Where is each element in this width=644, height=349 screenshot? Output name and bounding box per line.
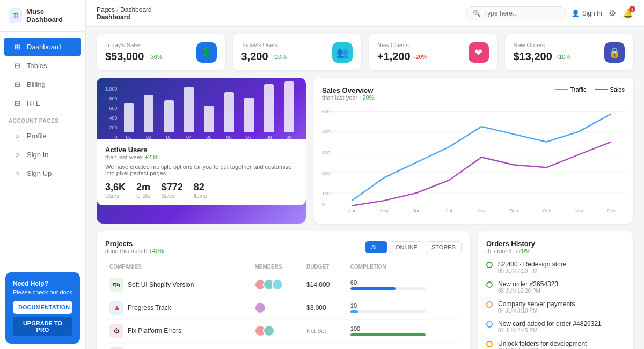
sidebar-item-billing[interactable]: ⊟ Billing bbox=[4, 75, 81, 93]
legend: Traffic Sales bbox=[555, 86, 625, 93]
upgrade-button[interactable]: UPGRADE TO PRO bbox=[13, 317, 72, 336]
bar-chart-card: 1,0008006004002000 01 02 03 04 05 06 07 … bbox=[97, 78, 306, 224]
sidebar-item-signup[interactable]: ○ Sign Up bbox=[4, 164, 81, 182]
sidebar-item-dashboard[interactable]: ⊞ Dashboard bbox=[4, 38, 81, 56]
sales-overview-change: +20% bbox=[359, 94, 374, 101]
sidebar-item-rtl[interactable]: ⊟ RTL bbox=[4, 94, 81, 112]
filter-all[interactable]: ALL bbox=[365, 241, 387, 253]
company-cell: 🛍 Soft UI Shopify Version bbox=[105, 273, 250, 296]
order-name: $2,400 · Redesign store bbox=[498, 261, 566, 268]
search-bar[interactable]: 🔍 bbox=[466, 6, 566, 20]
company-name: Fix Platform Errors bbox=[128, 327, 181, 335]
sign-in-button[interactable]: 👤 Sign In bbox=[572, 10, 602, 17]
stat-card-users: Today's Users 3,200 +20% 👥 bbox=[233, 34, 362, 70]
order-dot bbox=[486, 321, 493, 328]
sidebar-label-signup: Sign Up bbox=[27, 169, 52, 177]
dashboard-icon: ⊞ bbox=[13, 42, 21, 51]
table-row: ⚙ Fix Platform Errors Not Set 100 bbox=[105, 320, 462, 343]
stat-label-clients: New Clients bbox=[377, 42, 427, 48]
order-name: New card added for order #4826321 bbox=[498, 320, 602, 328]
members-cell bbox=[250, 343, 302, 350]
sidebar-nav: ⊞ Dashboard ⊟ Tables ⊟ Billing ⊟ RTL ACC… bbox=[0, 32, 85, 267]
bar-03: 03 bbox=[160, 100, 177, 140]
main-content: Pages / Dashboard Dashboard 🔍 👤 Sign In … bbox=[86, 0, 644, 349]
completion-cell: 100 bbox=[346, 320, 462, 343]
svg-text:Apr: Apr bbox=[348, 208, 355, 213]
stat-cards-row: Today's Sales $53,000 +30% 💲 Today's Use… bbox=[97, 34, 633, 70]
table-row: 🔺 Progress Track $3,000 10 bbox=[105, 296, 462, 320]
stat-change-users: +20% bbox=[272, 54, 287, 60]
documentation-button[interactable]: DOCUMENTATION bbox=[13, 301, 72, 314]
stat-label-orders: New Orders bbox=[514, 42, 571, 48]
sales-overview-title: Sales Overview bbox=[322, 86, 375, 94]
stat-change-orders: +10% bbox=[555, 54, 570, 60]
completion-cell: 100 bbox=[346, 343, 462, 350]
settings-icon[interactable]: ⚙ bbox=[609, 8, 616, 18]
logo: ⊞ Muse Dashboard bbox=[0, 0, 85, 32]
avatars bbox=[254, 325, 298, 337]
stat-value-sales: $53,000 bbox=[105, 50, 144, 63]
avatar bbox=[263, 325, 275, 337]
stat-icon-users: 👥 bbox=[332, 42, 353, 63]
filter-online[interactable]: ONLINE bbox=[390, 241, 423, 253]
company-cell: 🎵 Launch new Mobile App bbox=[105, 343, 250, 350]
svg-text:Jun: Jun bbox=[413, 208, 421, 213]
sales-overview-header: Sales Overview than last year +20% Traff… bbox=[322, 86, 625, 101]
members-cell bbox=[250, 320, 302, 343]
avatars bbox=[254, 279, 298, 291]
table-row: 🎵 Launch new Mobile App $20,600 100 bbox=[105, 343, 462, 350]
line-chart-svg: 500 400 300 200 100 0 Apr May Jun Jul Au… bbox=[322, 106, 625, 213]
projects-card: Projects done this month +40% ALL ONLINE… bbox=[97, 231, 470, 349]
sidebar: ⊞ Muse Dashboard ⊞ Dashboard ⊟ Tables ⊟ … bbox=[0, 0, 86, 349]
order-time: 04 JUN 3:10 PM bbox=[498, 308, 575, 314]
bar-02: 02 bbox=[141, 95, 157, 140]
orders-history-card: Orders History this month +20% $2,400 · … bbox=[478, 231, 633, 349]
company-logo: 🔺 bbox=[109, 301, 123, 315]
sidebar-item-tables[interactable]: ⊟ Tables bbox=[4, 56, 81, 75]
stat-label-users: Today's Users bbox=[241, 42, 287, 48]
bar-08: 08 bbox=[261, 84, 277, 140]
active-users-desc: We have created multiple options for you… bbox=[105, 164, 297, 176]
budget-cell: $14,000 bbox=[302, 273, 346, 296]
profile-icon: ○ bbox=[13, 131, 21, 140]
projects-sub: done this month +40% bbox=[105, 248, 164, 254]
legend-traffic: Traffic bbox=[555, 86, 587, 93]
budget-cell: $20,600 bbox=[302, 343, 346, 350]
svg-text:Sep: Sep bbox=[509, 208, 518, 213]
legend-sales: Sales bbox=[595, 86, 625, 93]
svg-text:Aug: Aug bbox=[477, 208, 486, 213]
svg-text:Nov: Nov bbox=[574, 208, 583, 213]
company-logo: 🛍 bbox=[109, 278, 123, 292]
breadcrumb: Pages / Dashboard Dashboard bbox=[97, 6, 460, 21]
avatar bbox=[254, 302, 266, 314]
filter-buttons: ALL ONLINE STORES bbox=[365, 241, 462, 253]
notifications-wrapper: 🔔 1 bbox=[623, 8, 633, 18]
content-area: Today's Sales $53,000 +30% 💲 Today's Use… bbox=[86, 27, 644, 349]
sidebar-item-profile[interactable]: ○ Profile bbox=[4, 127, 81, 145]
stat-card-orders: New Orders $13,200 +10% 🔒 bbox=[505, 34, 634, 70]
active-users-title: Active Users bbox=[105, 146, 297, 154]
svg-text:0: 0 bbox=[322, 202, 325, 207]
active-users-section: Active Users than last week +23% We have… bbox=[97, 139, 306, 205]
traffic-line bbox=[555, 89, 568, 90]
account-section-label: ACCOUNT PAGES bbox=[0, 113, 85, 126]
sales-overview-sub: than last year +20% bbox=[322, 94, 375, 101]
members-cell bbox=[250, 273, 302, 296]
search-input[interactable] bbox=[484, 10, 559, 17]
order-name: New order #3654323 bbox=[498, 280, 558, 288]
progress-fill bbox=[350, 287, 396, 290]
filter-stores[interactable]: STORES bbox=[426, 241, 462, 253]
svg-text:500: 500 bbox=[322, 109, 330, 115]
stat-value-orders: $13,200 bbox=[514, 50, 552, 63]
progress-bar bbox=[350, 287, 426, 290]
sidebar-item-signin[interactable]: ○ Sign In bbox=[4, 145, 81, 164]
svg-text:May: May bbox=[379, 208, 389, 213]
order-item: New card added for order #4826321 02 JUN… bbox=[486, 320, 625, 333]
bar-04: 04 bbox=[181, 87, 197, 140]
sales-line bbox=[595, 89, 608, 90]
projects-title: Projects bbox=[105, 240, 164, 248]
order-item: Company server payments 04 JUN 3:10 PM bbox=[486, 300, 625, 314]
notification-badge: 1 bbox=[629, 6, 635, 12]
order-name: Unlock folders for development bbox=[498, 340, 587, 347]
breadcrumb-current: Dashboard bbox=[120, 6, 152, 13]
